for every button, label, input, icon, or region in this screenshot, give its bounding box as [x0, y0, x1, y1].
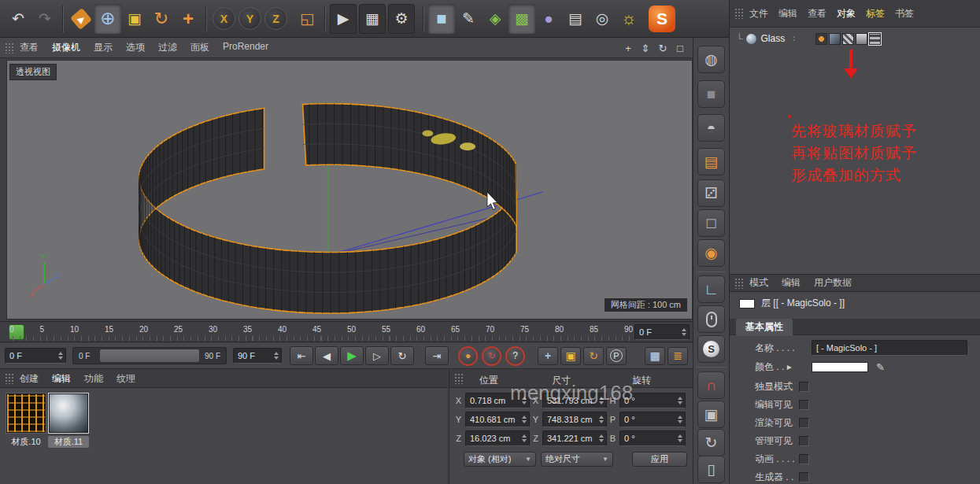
- redo-button[interactable]: ↷: [31, 4, 58, 34]
- keyframe-selection-button[interactable]: ?: [505, 346, 525, 366]
- rotation-h-field[interactable]: 0 °: [619, 393, 686, 408]
- lock-y-axis-button[interactable]: Y: [239, 7, 261, 30]
- spinner-icon[interactable]: [520, 397, 527, 405]
- manager-visible-checkbox[interactable]: [799, 436, 809, 446]
- materials-menu-item[interactable]: 编辑: [52, 372, 71, 386]
- viewport-menu-item[interactable]: 显示: [94, 41, 113, 54]
- viewport-rotate-icon[interactable]: ↻: [656, 42, 669, 54]
- render-visible-checkbox[interactable]: [799, 418, 809, 428]
- object-manager-menu-item[interactable]: 对象: [837, 7, 856, 20]
- layer-color-swatch[interactable]: [739, 299, 755, 309]
- object-row-glass[interactable]: └ Glass ∶: [730, 31, 980, 46]
- solo-mode-checkbox[interactable]: [799, 382, 809, 392]
- play-button[interactable]: ▶: [340, 346, 364, 365]
- material-thumbnail-grid[interactable]: [6, 393, 46, 433]
- object-manager-menu-item[interactable]: 查看: [808, 7, 827, 20]
- object-name[interactable]: Glass: [761, 33, 786, 44]
- position-y-field[interactable]: 410.681 cm: [465, 412, 530, 427]
- viewport-menu-item[interactable]: 过滤: [158, 41, 177, 54]
- material-tag-icon[interactable]: [815, 33, 827, 45]
- live-selection-tool-button[interactable]: ▶: [68, 4, 94, 34]
- generator-checkbox[interactable]: [799, 472, 809, 482]
- rotation-p-field[interactable]: 0 °: [619, 412, 686, 427]
- attribute-menu-item[interactable]: 编辑: [782, 276, 801, 290]
- spinner-icon[interactable]: [597, 416, 605, 423]
- key-position-toggle[interactable]: +: [538, 347, 558, 365]
- name-input[interactable]: [ - MagicSolo - ]: [812, 340, 967, 356]
- subdivision-surface-button[interactable]: ◈: [482, 4, 508, 34]
- material-label[interactable]: 材质.10: [6, 436, 46, 448]
- viewport-pan-icon[interactable]: +: [622, 42, 634, 54]
- viewport-3d-canvas[interactable]: Y Z X: [7, 61, 692, 319]
- wire-sphere-mode-button[interactable]: ◍: [697, 46, 725, 73]
- editor-visible-checkbox[interactable]: [799, 400, 809, 410]
- materials-menu-item[interactable]: 纹理: [116, 372, 135, 386]
- workplane-mode-button[interactable]: ∟: [697, 275, 725, 303]
- visibility-dots-icon[interactable]: ∶: [793, 34, 795, 44]
- enable-snap-button[interactable]: ∩: [697, 371, 725, 399]
- loop-playback-button[interactable]: ↻: [390, 346, 414, 365]
- viewport-maximize-icon[interactable]: □: [674, 42, 686, 54]
- apply-button[interactable]: 应用: [632, 452, 687, 467]
- coordinate-system-button[interactable]: ◱: [294, 4, 320, 34]
- spinner-icon[interactable]: [272, 352, 279, 360]
- solo-button[interactable]: ▦: [645, 347, 665, 365]
- panel-grip[interactable]: [734, 8, 744, 19]
- render-settings-button[interactable]: ⚙: [388, 4, 415, 34]
- perspective-viewport[interactable]: Y Z X 透视视图 网格间距 : 100 cm: [6, 60, 693, 320]
- model-mode-button[interactable]: ■: [697, 80, 725, 108]
- object-manager-menu-item[interactable]: 编辑: [778, 7, 797, 20]
- viewport-menu-item[interactable]: ProRender: [223, 41, 268, 54]
- texture-tag-icon[interactable]: [856, 33, 867, 45]
- size-mode-dropdown[interactable]: 绝对尺寸 ▼: [541, 452, 613, 467]
- materials-menu-item[interactable]: 功能: [84, 372, 103, 386]
- snap-ball-button[interactable]: S: [697, 335, 725, 363]
- timeline-frame-field[interactable]: 0 F: [634, 324, 690, 340]
- texture-tag-selected-icon[interactable]: [869, 33, 881, 45]
- viewport-zoom-icon[interactable]: ⇕: [639, 42, 652, 54]
- key-rotation-toggle[interactable]: ↻: [583, 347, 604, 365]
- light-button[interactable]: ☼: [616, 4, 642, 34]
- animation-checkbox[interactable]: [799, 454, 809, 464]
- deformer-button[interactable]: ●: [535, 4, 562, 34]
- undo-button[interactable]: ↶: [5, 4, 31, 34]
- size-y-field[interactable]: 748.318 cm: [542, 412, 607, 427]
- attribute-menu-item[interactable]: 用户数据: [814, 276, 852, 290]
- material-label[interactable]: 材质.11: [48, 436, 89, 448]
- add-cube-button[interactable]: ■: [428, 4, 455, 34]
- panel-grip[interactable]: [454, 373, 464, 384]
- uv-mode-button[interactable]: ▤: [697, 148, 725, 175]
- timeline-ruler[interactable]: 051015202530354045505560657075808590 0 F: [0, 321, 693, 342]
- current-frame-field[interactable]: 0 F: [5, 348, 66, 364]
- size-x-field[interactable]: 531.793 cm: [542, 393, 607, 408]
- pen-spline-button[interactable]: ✎: [455, 4, 482, 34]
- view-label-badge[interactable]: 透视视图: [9, 64, 57, 80]
- range-slider-bar[interactable]: [100, 349, 199, 362]
- lock-x-axis-button[interactable]: X: [213, 7, 235, 30]
- object-manager-menu-item[interactable]: 书签: [895, 7, 914, 20]
- tab-basic-properties[interactable]: 基本属性: [736, 319, 793, 336]
- key-scale-toggle[interactable]: ▣: [560, 347, 581, 365]
- autokey-button[interactable]: ↻: [482, 346, 501, 366]
- color-swatch[interactable]: [812, 362, 868, 372]
- edge-mode-button[interactable]: □: [697, 209, 725, 237]
- spinner-icon[interactable]: [676, 434, 683, 442]
- position-z-field[interactable]: 16.023 cm: [465, 430, 530, 446]
- render-picture-viewer-button[interactable]: ▦: [359, 4, 386, 34]
- viewport-menu-item[interactable]: 面板: [190, 41, 209, 54]
- next-frame-button[interactable]: ▷: [365, 346, 389, 365]
- viewport-solo-button[interactable]: [697, 305, 725, 333]
- spinner-icon[interactable]: [676, 416, 683, 423]
- lock-z-axis-button[interactable]: Z: [264, 7, 287, 30]
- spinner-icon[interactable]: [597, 397, 605, 405]
- materials-menu-item[interactable]: 创建: [20, 372, 39, 386]
- texture-tag-icon[interactable]: [842, 33, 854, 45]
- previous-key-button[interactable]: ◀: [315, 346, 338, 365]
- scale-tool-button[interactable]: ▣: [121, 4, 148, 34]
- go-to-end-button[interactable]: ⇥: [425, 346, 449, 365]
- render-view-button[interactable]: ▶: [330, 4, 357, 34]
- move-tool-button[interactable]: ⊕: [94, 4, 121, 34]
- quantize-rotate-button[interactable]: ↻: [697, 429, 725, 456]
- locked-workplane-button[interactable]: ▣: [697, 401, 725, 428]
- spinner-icon[interactable]: [676, 397, 683, 405]
